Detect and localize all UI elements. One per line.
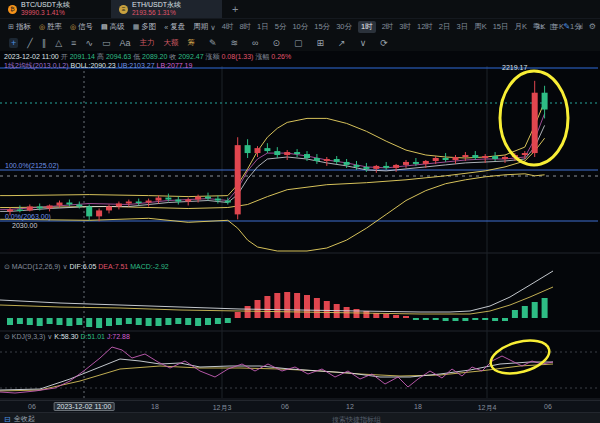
collapse-all-button[interactable]: ⊟ 全收起	[4, 414, 35, 423]
boll-readout[interactable]: 1线2均线(2013,0,L2) BOLL:2090.23 UB:2103.27…	[4, 61, 192, 71]
time-axis-label: 12	[346, 403, 354, 410]
indicator-name: 1线2均线(2013,0,L2)	[4, 62, 69, 69]
collapse-icon: ⊟	[4, 415, 11, 423]
chevron-down-icon: ∨	[62, 263, 67, 270]
time-axis-label: 18	[151, 403, 159, 410]
price-mark-label: 2030.00	[12, 222, 37, 229]
macd-readout[interactable]: ⊙ MACD(12,26,9) ∨ DIF:6.05 DEA:7.51 MACD…	[4, 263, 169, 271]
fib-0-label[interactable]: 0.0%(2063.00)	[5, 213, 51, 220]
macd-name: MACD(12,26,9)	[12, 263, 61, 270]
time-axis-label: 06	[281, 403, 289, 410]
kdj-name: KDJ(9,3,3)	[12, 333, 45, 340]
hover-datetime: 2023-12-02 11:00	[4, 53, 59, 60]
time-axis-label: 06	[28, 403, 36, 410]
chevron-down-icon: ∨	[47, 333, 52, 340]
crosshair-time-label: 2023-12-02 11:00	[54, 402, 115, 411]
time-axis-label: 06	[544, 403, 552, 410]
fib-100-label[interactable]: 100.0%(2125.02)	[5, 162, 59, 169]
bottom-bar: ⊟ 全收起 搜索快捷指标组	[0, 412, 600, 423]
kdj-readout[interactable]: ⊙ KDJ(9,3,3) ∨ K:58.30 D:51.01 J:72.88	[4, 333, 130, 341]
trading-terminal: ₿ BTC/USDT永续 39990.3 1.41% Ξ ETH/USDT永续 …	[0, 0, 600, 423]
time-axis-label: 18	[414, 403, 422, 410]
high-price-label: 2219.17	[502, 64, 527, 71]
indicator-search-hint[interactable]: 搜索快捷指标组	[332, 415, 381, 423]
